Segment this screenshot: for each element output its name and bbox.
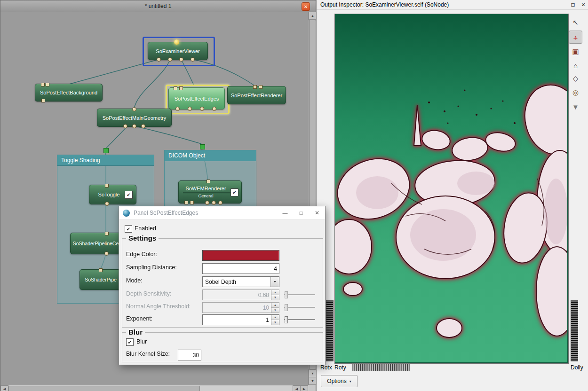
panel-close-button[interactable]: ✕ — [309, 206, 325, 219]
output-connector[interactable] — [212, 201, 216, 205]
output-connector[interactable] — [218, 201, 222, 205]
node-soposteffectedges[interactable]: SoPostEffectEdges — [168, 87, 225, 109]
group-input-connector[interactable] — [200, 144, 205, 149]
output-connector[interactable] — [41, 99, 45, 102]
node-sowemrenderer[interactable]: SoWEMRenderer General ✔ — [178, 180, 242, 203]
slider-handle[interactable] — [285, 316, 288, 323]
input-connector[interactable] — [179, 86, 183, 90]
output-connector[interactable] — [123, 124, 127, 128]
spin-buttons: ▲▼ — [271, 290, 279, 300]
home-button[interactable]: ⌂ — [569, 59, 582, 72]
output-connector[interactable] — [212, 107, 216, 111]
horizontal-scrollbar[interactable]: ◀ ◀ ▶ — [0, 385, 308, 391]
3d-viewport[interactable] — [335, 14, 567, 362]
output-connector[interactable] — [141, 124, 145, 128]
inspector-close-button[interactable]: ✕ — [578, 0, 588, 9]
spin-down-icon: ▼ — [271, 308, 279, 313]
exponent-spinbox[interactable]: ▲▼ — [202, 314, 279, 325]
camera-type-button[interactable]: ▼ — [569, 100, 582, 113]
seek-button[interactable]: ◎ — [569, 86, 582, 99]
scroll-left-button[interactable]: ◀ — [0, 385, 8, 391]
sampling-distance-input[interactable] — [203, 264, 279, 274]
output-connector[interactable] — [104, 251, 109, 256]
output-connector[interactable] — [188, 107, 192, 111]
input-connector[interactable] — [132, 107, 136, 111]
output-connector[interactable] — [190, 201, 194, 204]
input-connector[interactable] — [46, 83, 49, 86]
panel-minimize-button[interactable]: — — [277, 206, 293, 219]
node-soposteffectrenderer[interactable]: SoPostEffectRenderer — [227, 86, 286, 104]
output-connector[interactable] — [184, 201, 188, 204]
depth-sensitivity-slider — [284, 291, 315, 298]
blur-kernel-input[interactable] — [178, 350, 201, 360]
input-connector[interactable] — [41, 83, 45, 86]
exponent-input[interactable] — [203, 315, 271, 325]
spin-buttons[interactable]: ▲▼ — [271, 315, 279, 325]
normal-angle-input — [203, 303, 271, 313]
edge-color-swatch[interactable] — [202, 250, 279, 261]
view-mode-button[interactable]: ↔ ↕ — [569, 31, 582, 44]
blur-checkbox-label: Blur — [136, 338, 147, 345]
scroll-down-button[interactable]: ▼ — [309, 377, 317, 385]
node-checkbox[interactable]: ✔ — [230, 188, 238, 196]
scroll-down-button[interactable]: ▼ — [309, 369, 317, 377]
node-label: SoShaderPipe — [85, 277, 117, 282]
panel-maximize-button[interactable]: □ — [293, 206, 309, 219]
node-soposteffectmaingeometry[interactable]: SoPostEffectMainGeometry — [97, 109, 172, 127]
node-checkbox[interactable]: ✔ — [125, 191, 133, 199]
normal-angle-label: Normal Angle Threshold: — [126, 303, 191, 310]
node-label: SoPostEffectEdges — [175, 96, 219, 102]
panel-title: Panel SoPostEffectEdges — [134, 210, 277, 216]
scroll-left-button[interactable]: ◀ — [293, 385, 301, 391]
exponent-slider[interactable] — [284, 316, 315, 323]
editor-close-button[interactable]: ✕ — [302, 2, 310, 11]
input-connector[interactable] — [105, 232, 109, 235]
node-soshaderpipe[interactable]: SoShaderPipe — [79, 269, 122, 290]
editor-titlebar[interactable]: * untitled 1 — [0, 0, 316, 12]
blur-checkbox[interactable]: ✔ — [126, 338, 134, 346]
input-connector[interactable] — [253, 85, 257, 89]
output-connector[interactable] — [157, 57, 161, 62]
node-soshaderpipeline[interactable]: SoShaderPipelineCe — [70, 233, 121, 254]
group-toggle-shading-title[interactable]: Toggle Shading — [57, 155, 154, 166]
node-divider — [183, 192, 237, 193]
input-connector[interactable] — [105, 184, 109, 188]
group-dicom-object-title[interactable]: DICOM Object — [165, 150, 256, 161]
inspector-titlebar[interactable]: Output Inspector: SoExaminerViewer.self … — [317, 0, 588, 10]
input-connector[interactable] — [259, 85, 262, 89]
mode-dropdown[interactable]: Sobel Depth ▼ — [202, 276, 279, 287]
output-connector[interactable] — [179, 57, 183, 62]
output-connector[interactable] — [105, 202, 109, 206]
view-all-button[interactable]: ◇ — [569, 72, 582, 85]
output-connector[interactable] — [168, 57, 172, 62]
settings-groupbox: Settings Edge Color: Sampling Distance: … — [122, 238, 323, 328]
scroll-right-button[interactable]: ▶ — [300, 385, 308, 391]
dolly-thumbwheel[interactable] — [571, 300, 578, 361]
node-soposteffectbackground[interactable]: SoPostEffectBackground — [35, 84, 103, 102]
input-connector[interactable] — [174, 86, 177, 90]
scroll-up-button[interactable]: ▲ — [309, 12, 317, 20]
horizontal-scroll-thumb[interactable] — [8, 386, 200, 391]
output-connector[interactable] — [191, 57, 195, 62]
output-connector[interactable] — [132, 124, 136, 128]
node-soexaminerviewer[interactable]: SoExaminerViewer — [148, 42, 208, 60]
undock-button[interactable]: ⊡ — [568, 0, 578, 9]
input-connector[interactable] — [207, 180, 210, 183]
output-connector[interactable] — [200, 107, 204, 111]
output-connector[interactable] — [175, 107, 180, 111]
output-connector[interactable] — [205, 201, 209, 205]
options-button[interactable]: Options ▾ — [321, 375, 358, 387]
blur-kernel-field[interactable] — [178, 350, 201, 360]
enabled-checkbox[interactable]: ✔ — [125, 225, 132, 233]
roty-thumbwheel[interactable] — [352, 363, 410, 371]
sampling-distance-field[interactable] — [202, 263, 279, 274]
rotx-thumbwheel[interactable] — [326, 300, 334, 361]
pick-mode-button[interactable]: ↖ — [569, 16, 582, 29]
set-home-button[interactable]: ▣ — [569, 45, 582, 58]
check-icon: ✔ — [127, 192, 130, 197]
input-connector[interactable] — [99, 268, 103, 272]
group-input-connector[interactable] — [103, 148, 109, 153]
panel-titlebar[interactable]: Panel SoPostEffectEdges — □ ✕ — [119, 206, 325, 220]
node-sotoggle[interactable]: SoToggle ✔ — [89, 185, 136, 204]
inspector-body: ↖ ↔ ↕ ▣ ⌂ ◇ ◎ ▼ Rotx Roty Dolly Options … — [317, 10, 588, 391]
